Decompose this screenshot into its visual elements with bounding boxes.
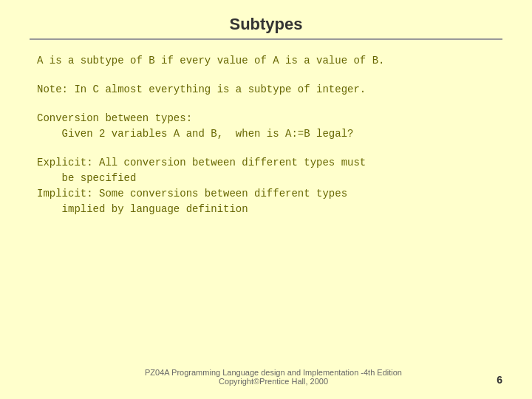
conversion-line-2: Given 2 variables A and B, when is A:=B … [37,126,495,142]
slide: Subtypes A is a subtype of B if every va… [0,0,532,399]
explicit-line-1: Explicit: All conversion between differe… [37,155,495,171]
definition-line: A is a subtype of B if every value of A … [37,53,495,69]
page-number: 6 [488,374,502,386]
footer-center: PZ04A Programming Language design and Im… [59,368,488,386]
slide-content: A is a subtype of B if every value of A … [30,53,502,217]
explicit-implicit-section: Explicit: All conversion between differe… [37,155,495,217]
conversion-line-1: Conversion between types: [37,111,495,126]
conversion-section: Conversion between types: Given 2 variab… [37,111,495,142]
explicit-line-2: be specified [37,171,495,186]
footer-label: PZ04A [145,368,169,377]
footer-description: Programming Language design and Implemen… [169,368,402,377]
slide-title: Subtypes [30,15,502,34]
note-section: Note: In C almost everything is a subtyp… [37,82,495,98]
title-divider [30,38,502,40]
note-line: Note: In C almost everything is a subtyp… [37,82,495,98]
implicit-line-2: implied by language definition [37,202,495,217]
footer: PZ04A Programming Language design and Im… [0,368,532,386]
definition-section: A is a subtype of B if every value of A … [37,53,495,69]
title-section: Subtypes [30,15,502,40]
implicit-line-1: Implicit: Some conversions between diffe… [37,186,495,202]
footer-copyright: Copyright©Prentice Hall, 2000 [219,377,328,386]
